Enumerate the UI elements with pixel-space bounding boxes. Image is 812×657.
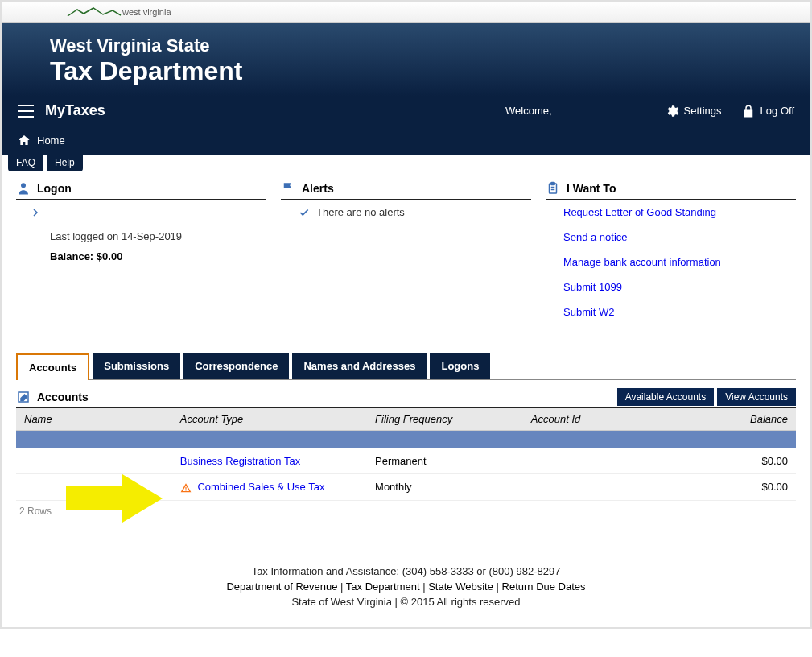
alerts-panel: Alerts There are no alerts <box>281 181 531 331</box>
cell-freq: Permanent <box>367 448 523 474</box>
hamburger-icon[interactable] <box>18 105 34 118</box>
breadcrumb-home[interactable]: Home <box>37 134 65 147</box>
nav-bar: MyTaxes Welcome, Settings Log Off <box>2 96 810 126</box>
lock-icon <box>741 104 756 118</box>
col-freq[interactable]: Filing Frequency <box>367 408 523 431</box>
footer-link-duedates[interactable]: Return Due Dates <box>502 581 586 593</box>
clipboard-icon <box>546 181 560 196</box>
link-submit-w2[interactable]: Submit W2 <box>563 306 796 318</box>
tab-accounts[interactable]: Accounts <box>16 353 89 380</box>
warning-icon <box>180 482 192 494</box>
nav-mytaxes[interactable]: MyTaxes <box>45 102 105 119</box>
balance-row: Balance: $0.00 <box>50 250 266 262</box>
header: West Virginia State Tax Department <box>2 23 810 96</box>
header-subtitle: West Virginia State <box>50 35 762 56</box>
footer-link-statewebsite[interactable]: State Website <box>428 581 493 593</box>
logon-panel: Logon Last logged on 14-Sep-2019 Balance… <box>16 181 266 331</box>
breadcrumb: Home <box>2 126 810 155</box>
settings-button[interactable]: Settings <box>665 104 722 118</box>
cell-freq: Monthly <box>367 474 523 501</box>
cell-name <box>16 448 172 474</box>
link-manage-bank[interactable]: Manage bank account information <box>563 256 796 268</box>
edit-icon[interactable] <box>16 390 31 404</box>
nav-welcome: Welcome, <box>505 105 552 117</box>
iwantto-panel: I Want To Request Letter of Good Standin… <box>546 181 796 331</box>
alert-none-text: There are no alerts <box>316 206 405 218</box>
user-icon <box>16 181 31 196</box>
table-row: Business Registration Tax Permanent $0.0… <box>16 448 796 474</box>
alerts-title: Alerts <box>302 182 334 195</box>
link-combined-sales-use[interactable]: Combined Sales & Use Tax <box>197 481 324 493</box>
tab-logons[interactable]: Logons <box>430 353 490 379</box>
cell-id <box>523 474 640 501</box>
cell-id <box>523 448 640 474</box>
help-tab[interactable]: Help <box>47 154 83 171</box>
cell-bal: $0.00 <box>640 448 796 474</box>
logon-title: Logon <box>37 182 72 195</box>
faq-tab[interactable]: FAQ <box>8 154 43 171</box>
balance-value: $0.00 <box>97 250 123 262</box>
footer-line1: Tax Information and Assistance: (304) 55… <box>2 565 810 577</box>
last-logged-text: Last logged on 14-Sep-2019 <box>50 230 266 242</box>
link-submit-1099[interactable]: Submit 1099 <box>563 281 796 293</box>
svg-rect-7 <box>185 490 186 490</box>
home-icon[interactable] <box>18 134 31 147</box>
footer: Tax Information and Assistance: (304) 55… <box>2 549 810 627</box>
available-accounts-button[interactable]: Available Accounts <box>617 388 715 406</box>
svg-point-0 <box>21 183 26 188</box>
footer-link-revenue[interactable]: Department of Revenue <box>226 581 337 593</box>
flag-icon <box>281 181 295 196</box>
logo-text: west virginia <box>122 7 171 17</box>
accounts-title: Accounts <box>37 390 611 403</box>
svg-rect-6 <box>185 486 186 489</box>
top-bar: west virginia <box>2 2 810 23</box>
footer-link-taxdept[interactable]: Tax Department <box>346 581 420 593</box>
tab-names-addresses[interactable]: Names and Addresses <box>292 353 427 379</box>
row-count: 2 Rows <box>19 506 796 517</box>
iwantto-title: I Want To <box>567 182 616 195</box>
table-group-row <box>16 431 796 448</box>
alert-none-row: There are no alerts <box>299 206 531 218</box>
chevron-right-icon[interactable] <box>31 206 266 221</box>
col-id[interactable]: Account Id <box>523 408 640 431</box>
cell-bal: $0.00 <box>640 474 796 501</box>
gear-icon <box>665 104 679 118</box>
footer-line3: State of West Virginia | © 2015 All righ… <box>2 596 810 608</box>
view-accounts-button[interactable]: View Accounts <box>717 388 796 406</box>
link-good-standing[interactable]: Request Letter of Good Standing <box>563 206 796 218</box>
col-type[interactable]: Account Type <box>172 408 367 431</box>
settings-label: Settings <box>684 105 722 117</box>
cell-name <box>16 474 172 501</box>
link-business-registration[interactable]: Business Registration Tax <box>180 455 300 467</box>
table-row: Combined Sales & Use Tax Monthly $0.00 <box>16 474 796 501</box>
balance-label: Balance: <box>50 250 93 262</box>
logoff-label: Log Off <box>760 105 794 117</box>
logoff-button[interactable]: Log Off <box>741 104 794 118</box>
wv-mountains-icon <box>66 6 122 18</box>
tab-correspondence[interactable]: Correspondence <box>183 353 289 379</box>
col-balance[interactable]: Balance <box>640 408 796 431</box>
help-tabs: FAQ Help <box>2 154 810 171</box>
check-icon <box>299 207 310 218</box>
footer-line2: Department of Revenue | Tax Department |… <box>2 581 810 593</box>
svg-rect-2 <box>551 183 555 185</box>
main-tabs: Accounts Submissions Correspondence Name… <box>16 353 796 380</box>
col-name[interactable]: Name <box>16 408 172 431</box>
accounts-section: Accounts Available Accounts View Account… <box>16 388 796 517</box>
accounts-table: Name Account Type Filing Frequency Accou… <box>16 408 796 501</box>
tab-submissions[interactable]: Submissions <box>93 353 180 379</box>
header-title: Tax Department <box>50 56 762 86</box>
link-send-notice[interactable]: Send a notice <box>563 231 796 243</box>
